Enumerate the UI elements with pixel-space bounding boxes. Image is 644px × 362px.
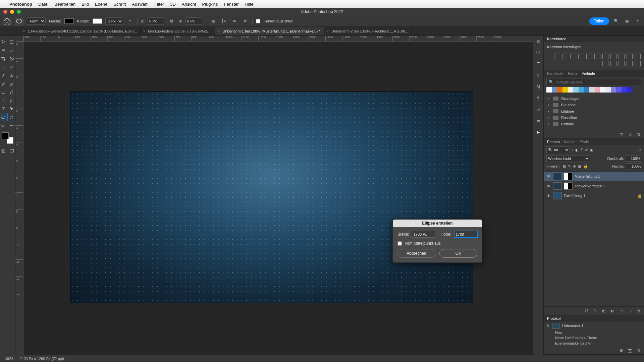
layer-style-icon[interactable]: fx	[592, 308, 598, 313]
panel-tab-farbe[interactable]: Farbe	[568, 71, 578, 75]
history-snapshot-icon[interactable]: 📷	[627, 348, 633, 353]
delete-layer-icon[interactable]: 🗑	[636, 308, 641, 313]
screenmode-toggle[interactable]	[8, 147, 16, 155]
menu-fenster[interactable]: Fenster	[224, 2, 239, 7]
gradient-folder[interactable]: ▸Rottöne	[546, 121, 641, 127]
gradient-swatch[interactable]	[552, 87, 557, 93]
layer-mask-icon[interactable]: ◩	[601, 308, 606, 313]
close-icon[interactable]: ×	[143, 29, 145, 33]
canvas-area[interactable]: 2001000100200300400500600700800900100011…	[15, 36, 533, 355]
layer-row[interactable]: 👁Farbfüllung 1🔒	[544, 191, 644, 200]
menu-3d[interactable]: 3D	[170, 2, 176, 7]
gradient-swatch[interactable]	[546, 87, 552, 93]
frame-tool[interactable]	[8, 55, 16, 62]
layer-visibility-icon[interactable]: 👁	[546, 184, 551, 188]
path-operations-icon[interactable]: ▦	[209, 17, 217, 25]
lock-all-icon[interactable]: 🔒	[583, 164, 588, 169]
gradient-swatch[interactable]	[573, 87, 579, 93]
filter-toggle[interactable]: ⊙	[638, 148, 641, 152]
new-swatch-icon[interactable]: ⊞	[627, 131, 633, 137]
panel-tab-korrekturen[interactable]: Korrekturen	[547, 37, 566, 41]
quick-select-tool[interactable]	[8, 46, 16, 54]
menu-schrift[interactable]: Schrift	[113, 2, 126, 7]
lock-pixels-icon[interactable]: ▦	[562, 164, 566, 169]
history-step[interactable]: Neu	[544, 330, 644, 335]
histogram-panel-icon[interactable]: ▥	[535, 38, 542, 44]
layer-thumb[interactable]	[553, 192, 562, 199]
workspace-icon[interactable]: ▦	[623, 17, 631, 25]
layer-visibility-icon[interactable]: 👁	[546, 194, 551, 198]
gradient-swatch[interactable]	[611, 87, 616, 93]
zoom-tool[interactable]	[0, 122, 7, 129]
layer-name[interactable]: Musterfüllung 1	[575, 174, 600, 178]
lasso-tool[interactable]	[0, 46, 7, 54]
ruler-vertical[interactable]: 21012345678910111213	[15, 42, 23, 355]
history-step[interactable]: Neue Farbfüllungs-Ebene	[544, 335, 644, 341]
layer-filter-kind[interactable]: 🔍 Art	[546, 146, 570, 153]
channelmixer-icon[interactable]	[627, 54, 633, 59]
gradient-swatch[interactable]	[605, 87, 611, 93]
dialog-ok-button[interactable]: OK	[439, 249, 477, 258]
history-new-doc-icon[interactable]: ▣	[619, 348, 624, 353]
menu-plugins[interactable]: Plug-ins	[202, 2, 218, 7]
app-menu[interactable]: Photoshop	[9, 2, 32, 7]
bw-icon[interactable]	[610, 54, 616, 59]
menu-filter[interactable]: Filter	[154, 2, 164, 7]
shape-mode-select[interactable]: Form	[27, 17, 46, 25]
lock-artboard-icon[interactable]: ▣	[578, 164, 581, 169]
dialog-height-input[interactable]	[454, 231, 478, 238]
window-close[interactable]	[3, 10, 7, 14]
move-tool[interactable]	[0, 38, 7, 46]
selective-icon[interactable]	[627, 61, 633, 66]
layer-thumb[interactable]	[553, 173, 562, 180]
gradient-swatch[interactable]	[627, 87, 632, 93]
actions-panel-icon[interactable]: ▶	[535, 129, 542, 135]
libraries-panel-icon[interactable]: ▭	[535, 117, 542, 124]
menu-ansicht[interactable]: Ansicht	[182, 2, 196, 7]
history-brush-tool[interactable]	[0, 80, 7, 87]
curves-icon[interactable]	[570, 54, 576, 59]
stroke-swatch[interactable]	[93, 18, 102, 24]
artboard[interactable]	[70, 92, 473, 303]
healing-tool[interactable]	[8, 63, 16, 71]
stroke-style-select[interactable]: ━	[126, 17, 134, 25]
gradient-swatch[interactable]	[562, 87, 568, 93]
gradient-swatch[interactable]	[557, 87, 562, 93]
gradient-tool[interactable]	[0, 88, 7, 96]
clone-stamp-tool[interactable]	[8, 71, 16, 79]
layer-mask-thumb[interactable]	[564, 182, 573, 190]
width-input[interactable]	[148, 17, 164, 25]
glyphs-panel-icon[interactable]: 𝒜	[535, 106, 542, 113]
document-dimensions[interactable]: 2400 Px x 1260 Px (72 ppi)	[19, 357, 64, 361]
export-icon[interactable]: ⇪	[634, 17, 641, 25]
ruler-origin[interactable]	[15, 36, 23, 42]
link-layers-icon[interactable]: ⛓	[584, 308, 589, 313]
character-panel-icon[interactable]: A|	[535, 83, 542, 90]
height-input[interactable]	[185, 17, 202, 25]
document-tab[interactable]: ×Unbenannt-2 bei 1850% (Rechteck 1, RGB/…	[324, 27, 412, 35]
menu-ebene[interactable]: Ebene	[95, 2, 108, 7]
close-icon[interactable]: ×	[23, 29, 25, 33]
panel-tab-pfade[interactable]: Pfade	[579, 140, 589, 144]
menu-bearbeiten[interactable]: Bearbeiten	[54, 2, 75, 7]
foreground-background-colors[interactable]	[2, 132, 13, 144]
adjust-panel-icon[interactable]: ⎚	[535, 72, 542, 78]
properties-panel-icon[interactable]: ☰	[535, 60, 542, 67]
gradient-swatch[interactable]	[622, 87, 627, 93]
eraser-tool[interactable]	[8, 80, 16, 87]
hue-icon[interactable]	[594, 54, 600, 59]
dialog-cancel-button[interactable]: Abbrechen	[397, 249, 435, 258]
new-group-icon[interactable]: 🗀	[619, 131, 624, 137]
brightness-icon[interactable]	[554, 54, 560, 59]
layer-name[interactable]: Tonwertkorrektur 1	[575, 184, 605, 188]
close-icon[interactable]: ×	[327, 29, 329, 33]
filter-type-icon[interactable]: T	[581, 148, 583, 152]
gradient-swatch[interactable]	[616, 87, 622, 93]
document-tab[interactable]: ×Mockup-festival.jpg bei 70,6% (RGB/...	[141, 27, 215, 35]
filter-adjust-icon[interactable]: ◐	[575, 148, 579, 152]
invert-icon[interactable]	[602, 61, 608, 66]
history-document[interactable]: ✎ Unbenannt-1	[544, 322, 644, 330]
gradient-folder[interactable]: ▸Blautöne	[546, 102, 641, 108]
hand-tool[interactable]	[8, 113, 16, 121]
gradient-swatch[interactable]	[595, 87, 600, 93]
